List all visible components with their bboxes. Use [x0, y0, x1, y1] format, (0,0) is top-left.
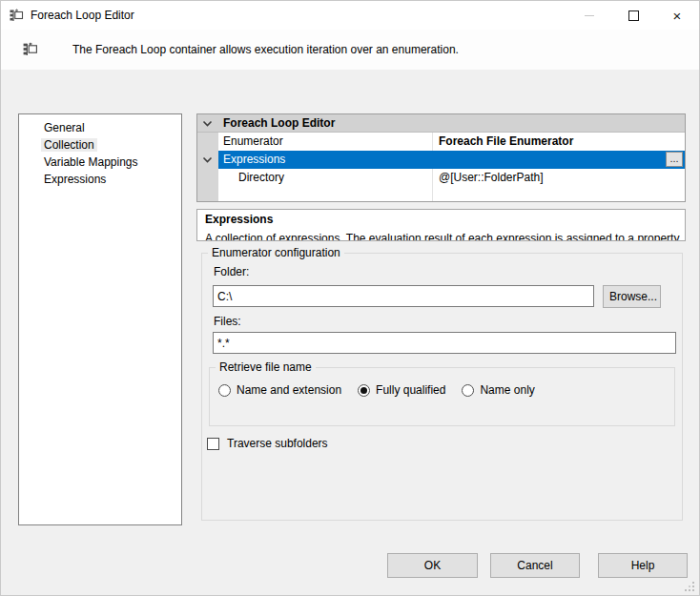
foreach-loop-icon: [9, 8, 24, 23]
checkbox-icon: [207, 438, 219, 450]
sidebar-item-general[interactable]: General: [19, 119, 181, 136]
group-legend: Enumerator configuration: [208, 246, 344, 259]
radio-icon: [218, 384, 231, 397]
property-name: Directory: [218, 169, 432, 187]
property-grid: Foreach Loop Editor Enumerator Foreach F…: [196, 113, 686, 202]
property-row-empty: [218, 187, 685, 201]
folder-input[interactable]: [213, 285, 594, 307]
foreach-loop-icon: [22, 41, 38, 57]
radio-icon: [462, 384, 474, 397]
dialog-description: The Foreach Loop container allows execut…: [72, 43, 459, 56]
header-band: The Foreach Loop container allows execut…: [1, 30, 699, 70]
property-description-panel: Expressions A collection of expressions.…: [196, 209, 686, 241]
checkbox-label: Traverse subfolders: [227, 437, 328, 450]
property-value[interactable]: [432, 151, 685, 169]
cancel-button[interactable]: Cancel: [490, 553, 580, 578]
ellipsis-button[interactable]: ...: [666, 152, 683, 167]
minimize-button: [567, 1, 611, 30]
foreach-loop-editor-dialog: Foreach Loop Editor × The Foreach Loop c…: [0, 0, 700, 596]
minimize-icon: [585, 15, 594, 16]
maximize-icon: [628, 10, 639, 21]
title-bar: Foreach Loop Editor ×: [1, 1, 699, 30]
radio-selected-icon: [358, 384, 370, 397]
radio-name-only[interactable]: Name only: [462, 383, 534, 397]
folder-label: Folder:: [214, 265, 249, 278]
maximize-button[interactable]: [611, 1, 655, 30]
close-button[interactable]: ×: [655, 1, 699, 30]
property-row-enumerator[interactable]: Enumerator Foreach File Enumerator: [218, 133, 685, 152]
close-icon: ×: [673, 9, 682, 23]
traverse-subfolders-checkbox[interactable]: Traverse subfolders: [207, 437, 328, 450]
property-name: [218, 187, 432, 201]
property-value[interactable]: @[User::FolderPath]: [432, 169, 685, 187]
help-button[interactable]: Help: [598, 553, 688, 578]
files-label: Files:: [214, 315, 241, 328]
chevron-down-icon[interactable]: [202, 156, 213, 164]
property-name: Enumerator: [218, 133, 432, 151]
window-title: Foreach Loop Editor: [31, 9, 134, 22]
radio-label: Fully qualified: [376, 383, 445, 397]
radio-label: Name only: [480, 383, 534, 397]
property-value[interactable]: Foreach File Enumerator: [432, 133, 685, 151]
sidebar-item-variable-mappings[interactable]: Variable Mappings: [19, 154, 181, 171]
radio-fully-qualified[interactable]: Fully qualified: [358, 383, 445, 397]
sidebar-item-collection[interactable]: Collection: [19, 136, 181, 154]
property-name: Expressions: [218, 151, 432, 169]
sidebar-item-expressions[interactable]: Expressions: [19, 171, 181, 188]
pages-list: General Collection Variable Mappings Exp…: [18, 113, 182, 525]
property-grid-header[interactable]: Foreach Loop Editor: [197, 114, 685, 133]
radio-label: Name and extension: [237, 383, 341, 397]
resize-grip[interactable]: [685, 581, 695, 591]
description-text: A collection of expressions. The evaluat…: [205, 232, 677, 241]
property-row-expressions[interactable]: Expressions ...: [218, 151, 685, 170]
group-legend: Retrieve file name: [216, 360, 316, 374]
property-row-directory[interactable]: Directory @[User::FolderPath]: [218, 169, 685, 188]
ok-button[interactable]: OK: [387, 553, 478, 578]
chevron-down-icon[interactable]: [202, 120, 213, 128]
retrieve-options: Name and extension Fully qualified Name …: [218, 383, 535, 397]
property-value: [432, 187, 685, 201]
radio-name-and-extension[interactable]: Name and extension: [218, 383, 341, 397]
files-input[interactable]: [213, 332, 676, 354]
description-title: Expressions: [205, 213, 677, 227]
browse-button[interactable]: Browse...: [603, 285, 661, 308]
